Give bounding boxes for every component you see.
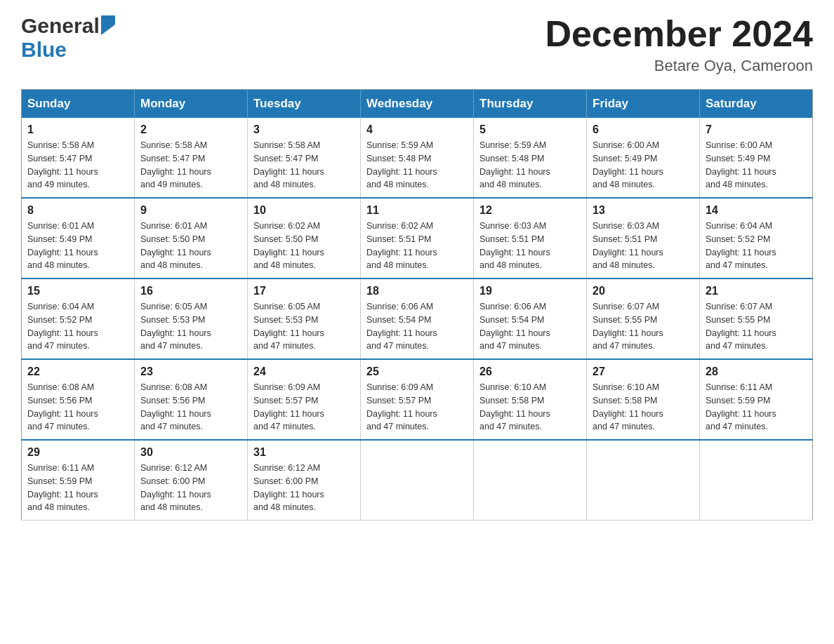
day-number: 1: [27, 123, 128, 136]
table-row: 9 Sunrise: 6:01 AMSunset: 5:50 PMDayligh…: [135, 198, 248, 279]
day-info: Sunrise: 6:00 AMSunset: 5:49 PMDaylight:…: [706, 139, 807, 192]
day-info: Sunrise: 6:06 AMSunset: 5:54 PMDaylight:…: [479, 300, 581, 353]
day-number: 12: [479, 204, 581, 217]
day-number: 10: [253, 204, 355, 217]
table-row: 7 Sunrise: 6:00 AMSunset: 5:49 PMDayligh…: [700, 118, 813, 198]
location-subtitle: Betare Oya, Cameroon: [545, 57, 813, 75]
day-info: Sunrise: 6:04 AMSunset: 5:52 PMDaylight:…: [27, 300, 128, 353]
header-wednesday: Wednesday: [361, 90, 474, 119]
table-row: 24 Sunrise: 6:09 AMSunset: 5:57 PMDaylig…: [248, 359, 361, 440]
table-row: 12 Sunrise: 6:03 AMSunset: 5:51 PMDaylig…: [474, 198, 587, 279]
table-row: 28 Sunrise: 6:11 AMSunset: 5:59 PMDaylig…: [700, 359, 813, 440]
day-number: 8: [27, 204, 128, 217]
day-number: 29: [27, 446, 128, 459]
day-number: 7: [706, 123, 807, 136]
day-info: Sunrise: 6:05 AMSunset: 5:53 PMDaylight:…: [140, 300, 241, 353]
table-row: 23 Sunrise: 6:08 AMSunset: 5:56 PMDaylig…: [135, 359, 248, 440]
days-header-row: Sunday Monday Tuesday Wednesday Thursday…: [22, 90, 813, 119]
table-row: 20 Sunrise: 6:07 AMSunset: 5:55 PMDaylig…: [587, 279, 700, 359]
title-section: December 2024 Betare Oya, Cameroon: [545, 14, 813, 75]
day-info: Sunrise: 6:02 AMSunset: 5:50 PMDaylight:…: [253, 220, 355, 272]
table-row: 27 Sunrise: 6:10 AMSunset: 5:58 PMDaylig…: [587, 359, 700, 440]
day-number: 21: [706, 285, 807, 297]
month-title: December 2024: [545, 14, 813, 54]
table-row: 25 Sunrise: 6:09 AMSunset: 5:57 PMDaylig…: [361, 359, 474, 440]
table-row: 1 Sunrise: 5:58 AMSunset: 5:47 PMDayligh…: [22, 118, 135, 198]
logo-general-text: General: [21, 14, 100, 38]
day-number: 17: [253, 285, 355, 297]
day-info: Sunrise: 6:07 AMSunset: 5:55 PMDaylight:…: [593, 300, 694, 353]
header-tuesday: Tuesday: [248, 90, 361, 119]
logo-blue-text: Blue: [21, 38, 67, 61]
day-number: 26: [479, 365, 581, 378]
day-info: Sunrise: 6:08 AMSunset: 5:56 PMDaylight:…: [140, 381, 241, 434]
day-number: 20: [593, 285, 694, 297]
table-row: 15 Sunrise: 6:04 AMSunset: 5:52 PMDaylig…: [22, 279, 135, 359]
day-number: 15: [27, 285, 128, 297]
day-number: 22: [27, 365, 128, 378]
table-row: 31 Sunrise: 6:12 AMSunset: 6:00 PMDaylig…: [248, 440, 361, 521]
header-monday: Monday: [135, 90, 248, 119]
day-info: Sunrise: 6:03 AMSunset: 5:51 PMDaylight:…: [479, 220, 581, 272]
day-number: 25: [366, 365, 468, 378]
day-number: 4: [366, 123, 468, 136]
day-number: 14: [706, 204, 807, 217]
table-row: 26 Sunrise: 6:10 AMSunset: 5:58 PMDaylig…: [474, 359, 587, 440]
day-info: Sunrise: 6:04 AMSunset: 5:52 PMDaylight:…: [706, 220, 807, 272]
table-row: 22 Sunrise: 6:08 AMSunset: 5:56 PMDaylig…: [22, 359, 135, 440]
day-info: Sunrise: 6:10 AMSunset: 5:58 PMDaylight:…: [479, 381, 581, 434]
day-number: 31: [253, 446, 355, 459]
day-number: 23: [140, 365, 241, 378]
day-info: Sunrise: 5:58 AMSunset: 5:47 PMDaylight:…: [27, 139, 128, 192]
day-number: 19: [479, 285, 581, 297]
calendar-table: Sunday Monday Tuesday Wednesday Thursday…: [21, 89, 813, 521]
calendar-week-row: 22 Sunrise: 6:08 AMSunset: 5:56 PMDaylig…: [22, 359, 813, 440]
day-info: Sunrise: 6:07 AMSunset: 5:55 PMDaylight:…: [706, 300, 807, 353]
day-number: 2: [140, 123, 241, 136]
table-row: 17 Sunrise: 6:05 AMSunset: 5:53 PMDaylig…: [248, 279, 361, 359]
logo-flag-icon: [101, 15, 121, 35]
calendar-week-row: 8 Sunrise: 6:01 AMSunset: 5:49 PMDayligh…: [22, 198, 813, 279]
table-row: 5 Sunrise: 5:59 AMSunset: 5:48 PMDayligh…: [474, 118, 587, 198]
calendar-week-row: 29 Sunrise: 6:11 AMSunset: 5:59 PMDaylig…: [22, 440, 813, 521]
day-info: Sunrise: 6:09 AMSunset: 5:57 PMDaylight:…: [366, 381, 468, 434]
day-number: 6: [593, 123, 694, 136]
table-row: 2 Sunrise: 5:58 AMSunset: 5:47 PMDayligh…: [135, 118, 248, 198]
table-row: 14 Sunrise: 6:04 AMSunset: 5:52 PMDaylig…: [700, 198, 813, 279]
day-info: Sunrise: 6:03 AMSunset: 5:51 PMDaylight:…: [593, 220, 694, 272]
day-number: 3: [253, 123, 355, 136]
table-row: 30 Sunrise: 6:12 AMSunset: 6:00 PMDaylig…: [135, 440, 248, 521]
day-info: Sunrise: 6:01 AMSunset: 5:50 PMDaylight:…: [140, 220, 241, 272]
day-number: 13: [593, 204, 694, 217]
day-number: 24: [253, 365, 355, 378]
day-number: 11: [366, 204, 468, 217]
day-number: 30: [140, 446, 241, 459]
day-info: Sunrise: 5:58 AMSunset: 5:47 PMDaylight:…: [140, 139, 241, 192]
day-number: 27: [593, 365, 694, 378]
day-info: Sunrise: 6:08 AMSunset: 5:56 PMDaylight:…: [27, 381, 128, 434]
calendar-week-row: 15 Sunrise: 6:04 AMSunset: 5:52 PMDaylig…: [22, 279, 813, 359]
day-info: Sunrise: 5:59 AMSunset: 5:48 PMDaylight:…: [479, 139, 581, 192]
day-info: Sunrise: 6:12 AMSunset: 6:00 PMDaylight:…: [140, 462, 241, 514]
table-row: 21 Sunrise: 6:07 AMSunset: 5:55 PMDaylig…: [700, 279, 813, 359]
day-info: Sunrise: 6:02 AMSunset: 5:51 PMDaylight:…: [366, 220, 468, 272]
table-row: 13 Sunrise: 6:03 AMSunset: 5:51 PMDaylig…: [587, 198, 700, 279]
header-sunday: Sunday: [22, 90, 135, 119]
svg-rect-0: [101, 15, 115, 25]
day-info: Sunrise: 6:10 AMSunset: 5:58 PMDaylight:…: [593, 381, 694, 434]
table-row: 3 Sunrise: 5:58 AMSunset: 5:47 PMDayligh…: [248, 118, 361, 198]
day-info: Sunrise: 6:01 AMSunset: 5:49 PMDaylight:…: [27, 220, 128, 272]
day-info: Sunrise: 6:09 AMSunset: 5:57 PMDaylight:…: [253, 381, 355, 434]
day-info: Sunrise: 6:06 AMSunset: 5:54 PMDaylight:…: [366, 300, 468, 353]
calendar-week-row: 1 Sunrise: 5:58 AMSunset: 5:47 PMDayligh…: [22, 118, 813, 198]
table-row: [587, 440, 700, 521]
table-row: 8 Sunrise: 6:01 AMSunset: 5:49 PMDayligh…: [22, 198, 135, 279]
day-number: 5: [479, 123, 581, 136]
day-info: Sunrise: 6:12 AMSunset: 6:00 PMDaylight:…: [253, 462, 355, 514]
table-row: 19 Sunrise: 6:06 AMSunset: 5:54 PMDaylig…: [474, 279, 587, 359]
table-row: [700, 440, 813, 521]
table-row: 29 Sunrise: 6:11 AMSunset: 5:59 PMDaylig…: [22, 440, 135, 521]
day-info: Sunrise: 6:05 AMSunset: 5:53 PMDaylight:…: [253, 300, 355, 353]
table-row: 11 Sunrise: 6:02 AMSunset: 5:51 PMDaylig…: [361, 198, 474, 279]
day-info: Sunrise: 6:00 AMSunset: 5:49 PMDaylight:…: [593, 139, 694, 192]
